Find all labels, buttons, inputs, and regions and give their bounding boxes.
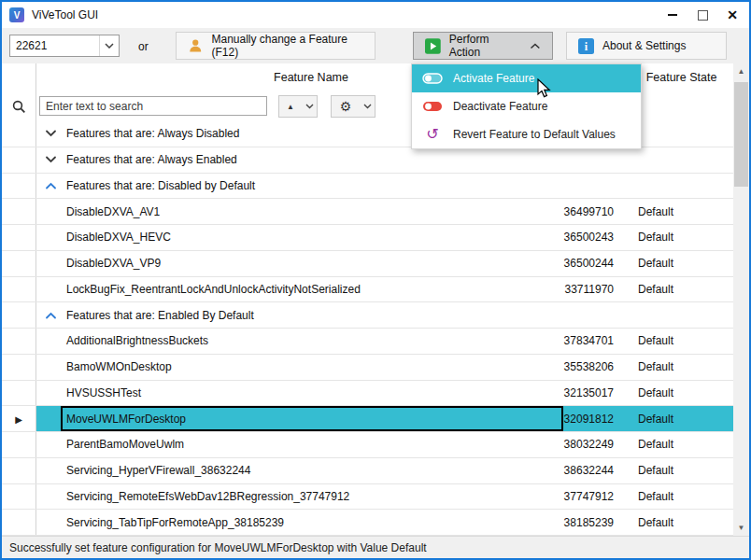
row-selector-cell — [2, 432, 36, 457]
feature-name-cell[interactable]: Servicing_TabTipForRemoteApp_38185239 — [61, 510, 563, 535]
app-icon: V — [9, 7, 24, 22]
feature-id-cell[interactable]: 38032249 — [563, 432, 617, 457]
close-icon: ✕ — [727, 7, 738, 22]
window-title: ViVeTool GUI — [32, 8, 98, 21]
feature-row[interactable]: Servicing_TabTipForRemoteApp_38185239381… — [2, 510, 733, 536]
feature-id-cell[interactable]: 37834701 — [563, 329, 617, 354]
row-indent — [36, 199, 61, 224]
menu-item-activate-feature[interactable]: Activate Feature — [412, 64, 641, 92]
chevron-down-icon[interactable] — [45, 130, 57, 137]
sort-direction-button[interactable]: ▲ — [278, 95, 318, 118]
close-button[interactable]: ✕ — [717, 2, 747, 28]
feature-state-cell[interactable]: Default — [617, 251, 733, 276]
feature-state-cell[interactable]: Default — [617, 458, 733, 483]
build-number-combobox[interactable]: 22621 — [9, 35, 120, 57]
feature-row[interactable]: DisableDXVA_AV136499710Default — [2, 199, 733, 225]
feature-row[interactable]: Servicing_HyperVFirewall_386322443863224… — [2, 458, 733, 484]
feature-row[interactable]: DisableDXVA_HEVC36500243Default — [2, 225, 733, 251]
sort-ascending-icon: ▲ — [279, 96, 302, 117]
feature-row[interactable]: ParentBamoMoveUwlm38032249Default — [2, 432, 733, 458]
about-settings-button[interactable]: i About & Settings — [566, 32, 727, 60]
chevron-down-icon[interactable] — [45, 156, 57, 163]
feature-id-cell[interactable]: 36500243 — [563, 225, 617, 250]
chevron-up-icon[interactable] — [45, 312, 57, 319]
feature-row[interactable]: AdditionalBrightnessBuckets37834701Defau… — [2, 329, 733, 355]
feature-name-cell[interactable]: AdditionalBrightnessBuckets — [61, 329, 563, 354]
feature-id-cell[interactable]: 32135017 — [563, 381, 617, 406]
chevron-up-icon[interactable] — [45, 182, 57, 189]
row-indent — [36, 458, 61, 483]
grid-corner-cell — [2, 63, 36, 91]
row-selector-cell — [2, 406, 36, 431]
feature-row[interactable]: MoveUWLMForDesktop32091812Default — [2, 406, 733, 432]
scroll-up-button[interactable]: ▲ — [733, 63, 749, 79]
group-label: Features that are: Disabled by Default — [66, 179, 255, 192]
feature-name-cell[interactable]: Servicing_HyperVFirewall_38632244 — [61, 458, 563, 483]
feature-state-cell[interactable]: Default — [617, 381, 733, 406]
sort-dropdown-button[interactable] — [302, 96, 317, 117]
row-selector-cell — [2, 225, 36, 250]
menu-item-label: Revert Feature to Default Values — [453, 128, 616, 141]
feature-id-cell[interactable]: 36500244 — [563, 251, 617, 276]
group-row[interactable]: Features that are: Always Enabled — [2, 147, 733, 174]
row-selector-cell — [2, 458, 36, 483]
feature-state-cell[interactable]: Default — [617, 199, 733, 224]
feature-name-cell[interactable]: ParentBamoMoveUwlm — [61, 432, 563, 457]
toggle-on-icon — [421, 73, 444, 84]
feature-state-cell[interactable]: Default — [617, 484, 733, 510]
row-indent — [36, 225, 61, 250]
feature-state-cell[interactable]: Default — [617, 406, 733, 431]
vertical-scrollbar[interactable]: ▲ ▼ — [733, 63, 749, 536]
feature-id-cell[interactable]: 36499710 — [563, 199, 617, 224]
feature-id-cell[interactable]: 35538206 — [563, 355, 617, 380]
feature-name-cell[interactable]: HVSUSSHTest — [61, 381, 563, 406]
row-indent — [36, 355, 61, 380]
feature-state-cell[interactable]: Default — [617, 277, 733, 302]
feature-row[interactable]: HVSUSSHTest32135017Default — [2, 381, 733, 407]
status-bar: Successfully set feature configuration f… — [2, 536, 749, 558]
feature-row[interactable]: BamoWMOnDesktop35538206Default — [2, 355, 733, 381]
group-row[interactable]: Features that are: Enabled By Default — [2, 302, 733, 329]
feature-id-cell[interactable]: 38632244 — [563, 458, 617, 483]
feature-row[interactable]: DisableDXVA_VP936500244Default — [2, 251, 733, 277]
feature-name-cell[interactable]: DisableDXVA_VP9 — [61, 251, 563, 276]
combo-dropdown-button[interactable] — [99, 35, 119, 56]
manual-change-feature-button[interactable]: Manually change a Feature (F12) — [176, 32, 376, 60]
feature-row[interactable]: LockBugFix_ReentrantLockAndUnlockActivit… — [2, 277, 733, 303]
search-input[interactable] — [39, 96, 267, 116]
feature-name-cell[interactable]: Servicing_RemoteEfsWebDav12BRegression_3… — [61, 484, 563, 510]
feature-id-cell[interactable]: 37747912 — [563, 484, 617, 510]
group-label: Features that are: Enabled By Default — [66, 309, 254, 322]
feature-name-cell[interactable]: LockBugFix_ReentrantLockAndUnlockActivit… — [61, 277, 563, 302]
scrollbar-thumb[interactable] — [734, 82, 748, 187]
search-options-button[interactable]: ⚙ — [331, 95, 376, 118]
perform-action-button[interactable]: Perform Action — [413, 32, 553, 60]
feature-state-cell[interactable]: Default — [617, 432, 733, 457]
feature-name-cell[interactable]: DisableDXVA_AV1 — [61, 199, 563, 224]
revert-icon: ↺ — [421, 127, 444, 142]
row-selector-cell — [2, 174, 36, 199]
feature-id-cell[interactable]: 32091812 — [563, 406, 617, 431]
feature-id-cell[interactable]: 33711970 — [563, 277, 617, 302]
build-number-value: 22621 — [10, 35, 99, 56]
manual-change-feature-label: Manually change a Feature (F12) — [211, 33, 363, 59]
feature-state-cell[interactable]: Default — [617, 329, 733, 354]
feature-id-cell[interactable]: 38185239 — [563, 510, 617, 535]
options-dropdown-button[interactable] — [360, 96, 375, 117]
maximize-button[interactable] — [687, 2, 717, 28]
feature-state-cell[interactable]: Default — [617, 355, 733, 380]
gear-icon: ⚙ — [332, 96, 360, 117]
column-header-feature-state[interactable]: Feature State — [630, 63, 733, 91]
feature-state-cell[interactable]: Default — [617, 225, 733, 250]
feature-name-cell[interactable]: BamoWMOnDesktop — [61, 355, 563, 380]
feature-name-cell[interactable]: MoveUWLMForDesktop — [61, 406, 563, 431]
scroll-down-button[interactable]: ▼ — [733, 520, 749, 536]
menu-item-deactivate-feature[interactable]: Deactivate Feature — [412, 92, 641, 120]
feature-state-cell[interactable]: Default — [617, 510, 733, 535]
menu-item-revert-feature[interactable]: ↺ Revert Feature to Default Values — [412, 120, 641, 148]
feature-name-cell[interactable]: DisableDXVA_HEVC — [61, 225, 563, 250]
feature-row[interactable]: Servicing_RemoteEfsWebDav12BRegression_3… — [2, 484, 733, 511]
group-row[interactable]: Features that are: Disabled by Default — [2, 174, 733, 200]
minimize-button[interactable] — [658, 2, 687, 28]
person-icon — [188, 37, 203, 54]
